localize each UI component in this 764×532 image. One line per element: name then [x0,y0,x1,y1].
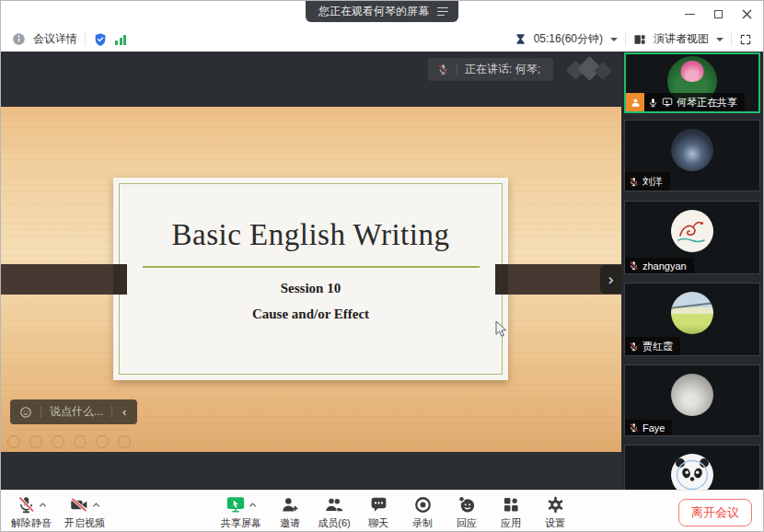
share-screen-button[interactable]: 共享屏幕 [214,494,268,530]
members-icon [324,495,344,515]
bottom-toolbar: 解除静音 开启视频 共享屏幕 [1,490,763,532]
chat-bubble-icon [369,495,388,515]
participant-label: zhangyan [625,258,694,273]
reactions-button[interactable]: 回应 [445,494,489,530]
unmute-button[interactable]: 解除静音 [5,494,58,530]
slideshow-ghost-controls [7,435,131,448]
emoji-smiley-icon[interactable] [19,406,32,419]
watermark-diamonds-icon [567,58,615,82]
reaction-smiley-icon [457,494,477,515]
shield-check-icon[interactable] [93,32,108,47]
leave-meeting-button[interactable]: 离开会议 [678,499,752,526]
participant-label: 刘洋 [625,172,670,191]
now-speaking-pill: 正在讲话: 何琴; [428,58,553,81]
participant-name: 刘洋 [642,175,663,189]
banner-text: 您正在观看何琴的屏幕 [318,4,429,19]
avatar [671,210,713,252]
avatar [671,292,713,334]
participant-tile-faye[interactable]: Faye [624,364,760,436]
participant-name: zhangyan [642,260,687,272]
network-signal-icon[interactable] [115,34,126,45]
participant-label: Faye [625,420,672,435]
participant-tile-heqin[interactable]: 何琴正在共享 [624,52,760,113]
shared-screen-stage: 正在讲话: 何琴; Basic English Writing Session … [1,52,621,490]
avatar [671,129,713,171]
slide-subtitle-topic: Cause and/or Effect [113,306,508,322]
hourglass-icon [515,33,527,45]
duration-dropdown-caret[interactable] [610,38,618,41]
participants-sidebar: 何琴正在共享 刘洋 zhangyan 贾红霞 [621,52,764,490]
speaking-label: 正在讲话: 何琴; [465,62,540,77]
quick-chat-bar[interactable]: 说点什么... ‹ [10,399,137,424]
avatar [671,374,713,416]
slide-ribbon-left [1,264,127,295]
slide-divider-line [143,266,480,268]
view-mode-selector[interactable]: 演讲者视图 [654,31,709,47]
info-icon[interactable] [12,32,26,46]
slide-title: Basic English Writing [113,218,508,252]
maximize-button[interactable] [712,8,723,19]
participant-label: 贾红霞 [625,337,680,355]
share-screen-icon [226,494,246,515]
mic-muted-icon [629,177,639,187]
record-button[interactable]: 录制 [400,494,445,530]
apps-button[interactable]: 应用 [489,494,533,530]
meeting-window: 您正在观看何琴的屏幕 会议详情 05:16 [0,0,764,532]
mic-on-icon [648,98,658,108]
sidebar-expand-button[interactable]: › [600,265,621,294]
meeting-info-bar: 会议详情 05:16(60分钟) 演讲者视图 [1,27,763,52]
participant-name: 何琴正在共享 [677,96,737,110]
participant-name: 贾红霞 [642,340,673,353]
meeting-duration: 05:16(60分钟) [534,31,603,47]
chevron-up-icon[interactable] [249,502,257,508]
minimize-button[interactable] [684,8,695,19]
close-button[interactable] [741,8,752,19]
mic-muted-icon [437,64,449,75]
view-layout-icon [633,33,646,46]
chat-input-placeholder[interactable]: 说点什么... [50,404,103,420]
view-dropdown-caret[interactable] [716,38,723,41]
settings-button[interactable]: 设置 [533,494,577,530]
record-icon [413,495,433,515]
window-titlebar: 您正在观看何琴的屏幕 [1,1,763,27]
members-button[interactable]: 成员(6) [312,494,356,530]
chevron-up-icon[interactable] [39,502,47,508]
slide-subtitle-session: Session 10 [113,281,508,296]
window-controls [684,7,752,20]
participant-tile-liuyang[interactable]: 刘洋 [624,120,760,191]
avatar [671,454,713,490]
chat-collapse-arrow[interactable]: ‹ [121,406,128,418]
invite-person-icon [281,495,300,515]
participant-tile-jiahongxia[interactable]: 贾红霞 [624,283,760,356]
watching-banner: 您正在观看何琴的屏幕 [306,1,458,22]
mic-muted-icon [629,422,639,433]
host-badge-icon [626,93,644,111]
mic-muted-icon [629,341,639,352]
meeting-details-link[interactable]: 会议详情 [33,31,77,47]
chevron-up-icon[interactable] [92,502,100,508]
gear-icon [546,495,565,515]
fullscreen-icon[interactable] [739,33,752,46]
apps-grid-icon [502,495,520,514]
participant-label: 何琴正在共享 [626,93,745,111]
mic-muted-icon [629,260,639,271]
participant-tile-zhangyan[interactable]: zhangyan [624,201,760,274]
mic-muted-icon [17,495,36,515]
participant-tile-panda[interactable] [624,445,760,490]
invite-button[interactable]: 邀请 [268,494,312,530]
camera-muted-icon [69,495,89,515]
mouse-cursor [495,320,507,338]
chat-button[interactable]: 聊天 [356,494,400,530]
presentation-slide: Basic English Writing Session 10 Cause a… [113,178,508,380]
banner-menu-icon[interactable] [437,7,448,17]
participant-name: Faye [642,422,665,434]
screen-share-small-icon [662,97,673,108]
start-video-button[interactable]: 开启视频 [58,494,111,530]
